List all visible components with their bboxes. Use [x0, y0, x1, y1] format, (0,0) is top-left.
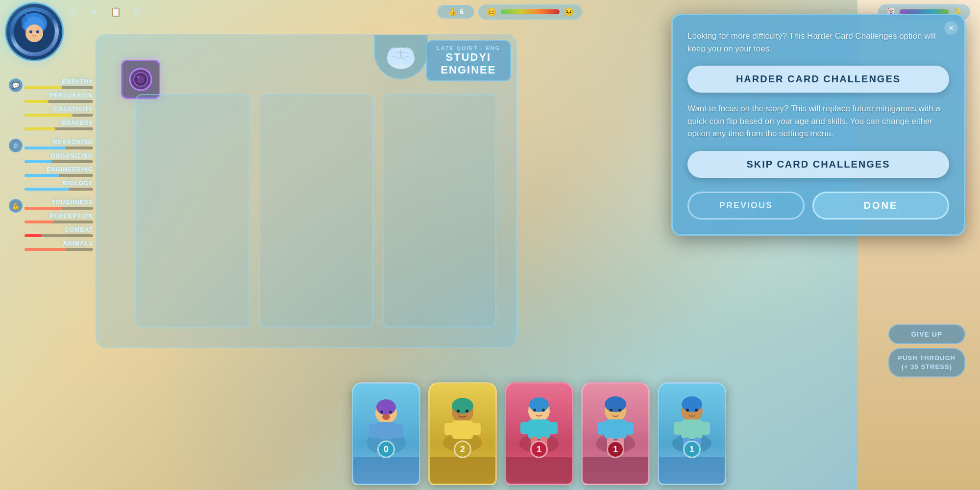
persuasion-bar — [24, 100, 93, 103]
creativity-bar — [24, 114, 93, 117]
svg-rect-54 — [674, 422, 683, 435]
svg-rect-34 — [520, 422, 529, 434]
svg-point-24 — [452, 398, 473, 414]
organizing-fill — [24, 160, 52, 163]
svg-point-5 — [36, 30, 39, 33]
item-token — [121, 60, 160, 99]
svg-point-19 — [382, 414, 390, 420]
thumbs-up-count: 6 — [460, 8, 464, 16]
organizing-bar — [24, 160, 93, 163]
svg-rect-18 — [393, 424, 403, 438]
stat-bravery: BRAVERY — [15, 120, 93, 130]
give-up-button[interactable]: GIVE UP — [888, 324, 965, 344]
svg-point-29 — [466, 410, 468, 413]
svg-rect-27 — [472, 423, 481, 435]
toughness-bar — [24, 207, 93, 210]
animals-fill — [24, 248, 66, 251]
modal-dialog: ✕ Looking for more difficulty? This Hard… — [671, 14, 965, 236]
svg-point-39 — [542, 409, 545, 412]
divider-1 — [15, 134, 93, 135]
organizing-label: ORGANIZING — [50, 152, 93, 159]
stat-toughness: TOUGHNESS — [15, 199, 93, 210]
char-card-2-bottom — [506, 457, 572, 484]
char-card-3-bottom — [583, 457, 648, 484]
game-panel: LATE QUIET - ENG STUDYI ENGINEE — [96, 34, 517, 348]
animals-label: ANIMALS — [63, 240, 93, 247]
thumbs-up-icon: 👍 — [448, 8, 456, 16]
toughness-fill — [24, 207, 62, 210]
biology-bar — [24, 188, 93, 191]
svg-point-3 — [25, 24, 43, 42]
svg-point-28 — [457, 410, 460, 413]
svg-point-32 — [529, 397, 549, 412]
harder-description-text: Looking for more difficulty? This Harder… — [687, 30, 949, 55]
perception-fill — [24, 220, 53, 223]
creativity-label: CREATIVITY — [54, 106, 93, 113]
svg-rect-45 — [625, 422, 634, 435]
svg-point-42 — [605, 396, 626, 412]
card-slot-1 — [136, 94, 249, 327]
left-sidebar: 💬 EMPATHY PERSUASION CREATIVITY BRAVERY — [0, 49, 98, 260]
char-card-2[interactable]: 1 — [505, 382, 573, 485]
svg-point-38 — [533, 409, 536, 412]
persuasion-label: PERSUASION — [49, 92, 93, 99]
empathy-fill — [24, 86, 62, 89]
empathy-label: EMPATHY — [62, 78, 93, 85]
emotion-color-bar — [501, 9, 560, 14]
char-card-0[interactable]: 0 — [352, 382, 420, 485]
avatar-character — [10, 7, 59, 56]
animals-bar — [24, 248, 93, 251]
stat-section-social: 💬 EMPATHY PERSUASION CREATIVITY BRAVERY — [5, 78, 93, 130]
sad-emotion-icon: 😣 — [564, 7, 574, 17]
scene-title: STUDYI ENGINEE — [437, 51, 500, 76]
modal-close-button[interactable]: ✕ — [944, 21, 958, 35]
svg-point-9 — [137, 75, 140, 78]
svg-rect-43 — [604, 419, 627, 439]
char-card-1[interactable]: 2 — [428, 382, 497, 485]
settings-icon[interactable]: ⚙ — [65, 4, 80, 20]
previous-button[interactable]: PREVIOUS — [687, 192, 805, 220]
stat-organizing: ORGANIZING — [15, 152, 93, 163]
stat-engineering: ENGINEERING — [15, 166, 93, 177]
heart-icon[interactable]: ♥ — [86, 4, 102, 20]
svg-rect-44 — [597, 422, 606, 435]
engineering-bar — [24, 174, 93, 177]
done-button[interactable]: DONE — [812, 192, 949, 220]
svg-point-48 — [610, 409, 612, 412]
svg-point-58 — [686, 409, 689, 412]
bravery-label: BRAVERY — [62, 120, 93, 126]
persuasion-fill — [24, 100, 49, 103]
bravery-fill — [24, 127, 55, 130]
perception-bar — [24, 220, 93, 223]
svg-point-49 — [618, 409, 621, 412]
svg-point-52 — [682, 396, 702, 412]
skip-description-text: Want to focus on the story? This will re… — [687, 102, 949, 140]
stat-perception: PERCEPTION — [15, 213, 93, 223]
char-card-4[interactable]: 1 — [658, 382, 726, 485]
stat-section-physical: 💪 TOUGHNESS PERCEPTION COMBAT ANIMALS — [5, 199, 93, 251]
harder-card-challenges-button[interactable]: HARDER CARD CHALLENGES — [687, 66, 949, 93]
svg-point-15 — [376, 399, 396, 415]
notes-icon[interactable]: 📋 — [108, 4, 123, 20]
combat-bar — [24, 234, 93, 237]
char-card-2-number: 1 — [530, 441, 548, 458]
happy-emotion-icon: 😊 — [487, 7, 496, 17]
brain-icon-container — [374, 35, 428, 79]
card-slot-area — [136, 94, 496, 327]
svg-rect-17 — [369, 424, 379, 438]
char-card-3[interactable]: 1 — [581, 382, 650, 485]
skip-card-challenges-button[interactable]: SKIP CARD CHALLENGES — [687, 151, 949, 178]
card-slot-3 — [383, 94, 496, 327]
stat-persuasion: PERSUASION — [15, 92, 93, 103]
menu-icon[interactable]: ☰ — [129, 4, 145, 20]
engineering-fill — [24, 174, 59, 177]
char-card-0-number: 0 — [377, 441, 395, 458]
bravery-bar — [24, 127, 93, 130]
svg-point-59 — [695, 409, 698, 412]
stat-empathy: EMPATHY — [15, 78, 93, 89]
char-card-4-number: 1 — [683, 441, 701, 458]
svg-rect-53 — [681, 419, 703, 439]
biology-fill — [24, 188, 69, 191]
creativity-fill — [24, 114, 73, 117]
push-through-button[interactable]: PUSH THROUGH(+ 35 STRESS) — [888, 348, 965, 377]
